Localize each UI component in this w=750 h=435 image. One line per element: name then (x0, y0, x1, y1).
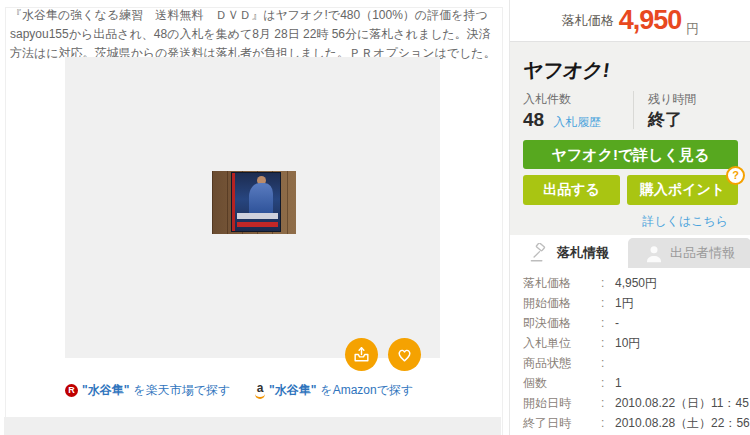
table-row: 入札単位:10円 (523, 333, 747, 353)
tab-auction-info-label: 落札情報 (557, 244, 609, 262)
bid-history-link[interactable]: 入札履歴 (553, 116, 601, 129)
purchase-points-button[interactable]: 購入ポイント ? (627, 175, 738, 205)
table-row: 個数:1 (523, 373, 747, 393)
view-on-yahoo-auctions-button[interactable]: ヤフオク!で詳しく見る (523, 140, 738, 169)
tab-seller-info-label: 出品者情報 (670, 244, 735, 262)
price-value: 4,950 (619, 7, 682, 34)
details-here-link[interactable]: 詳しくはこちら (523, 213, 738, 230)
winning-price-header: 落札価格 4,950 円 (510, 0, 750, 41)
tab-seller-info[interactable]: 出品者情報 (628, 238, 750, 268)
person-icon (644, 243, 664, 263)
tab-auction-info[interactable]: 落札情報 (510, 238, 628, 268)
info-tabs: 落札情報 出品者情報 (510, 238, 750, 268)
heart-icon (395, 345, 414, 364)
time-left-label: 残り時間 (648, 91, 738, 108)
amazon-icon: a (255, 383, 265, 399)
purchase-points-label: 購入ポイント (640, 181, 725, 197)
sell-button[interactable]: 出品する (523, 175, 620, 205)
external-shop-links: R "水谷隼"を楽天市場で探す a "水谷隼"をAmazonで探す (0, 382, 502, 400)
amazon-search-link[interactable]: a "水谷隼"をAmazonで探す (255, 382, 413, 399)
table-row: 終了日時:2010.08.28（土）22：56 (523, 413, 747, 433)
rakuten-link-suffix: を楽天市場で探す (133, 382, 230, 399)
bottom-section-bar (4, 417, 501, 435)
time-left-value: 終了 (648, 111, 738, 128)
rakuten-search-link[interactable]: R "水谷隼"を楽天市場で探す (65, 382, 230, 399)
rakuten-icon: R (65, 384, 78, 397)
dvd-subtitle-band (237, 222, 278, 227)
auction-summary-text: 『水谷隼の強くなる練習 送料無料 ＤＶＤ』はヤフオク!で480（100%）の評価… (10, 6, 497, 63)
auction-stats: 入札件数 48 入札履歴 残り時間 終了 (523, 91, 738, 129)
dvd-title-band (237, 213, 278, 219)
auction-info-table: 落札価格:4,950円 開始価格:1円 即決価格:- 入札単位:10円 商品状態… (523, 273, 747, 435)
question-badge-icon[interactable]: ? (726, 166, 745, 185)
product-image-panel (65, 57, 440, 358)
bid-count-block: 入札件数 48 入札履歴 (523, 91, 633, 129)
auction-sidebar: 落札価格 4,950 円 ヤフオク! 入札件数 48 入札履歴 残り時間 終了 … (509, 0, 750, 435)
table-row: 開始価格:1円 (523, 293, 747, 313)
price-currency: 円 (686, 20, 699, 41)
amazon-link-keyword: "水谷隼" (269, 382, 316, 399)
table-row: 商品状態: (523, 353, 747, 373)
price-label: 落札価格 (562, 12, 614, 30)
time-left-block: 残り時間 終了 (633, 91, 738, 129)
dvd-cover-person (249, 183, 273, 213)
bid-count-value: 48 (523, 110, 544, 129)
tray-upload-button[interactable] (345, 338, 378, 371)
table-row: 即決価格:- (523, 313, 747, 333)
amazon-link-suffix: をAmazonで探す (320, 382, 413, 399)
yafuoku-logo: ヤフオク! (521, 57, 611, 84)
bid-count-label: 入札件数 (523, 91, 633, 108)
rakuten-link-keyword: "水谷隼" (82, 382, 129, 399)
table-row: 開始日時:2010.08.22（日）11：45 (523, 393, 747, 413)
favorite-heart-button[interactable] (388, 338, 421, 371)
auction-actions-panel: ヤフオク! 入札件数 48 入札履歴 残り時間 終了 ヤフオク!で詳しく見る 出… (510, 41, 750, 235)
tray-upload-icon (352, 345, 371, 364)
dvd-case (232, 173, 280, 231)
gavel-icon (529, 243, 551, 263)
amazon-smile-icon (255, 393, 265, 399)
product-photo[interactable] (212, 171, 296, 234)
table-row: 落札価格:4,950円 (523, 273, 747, 293)
